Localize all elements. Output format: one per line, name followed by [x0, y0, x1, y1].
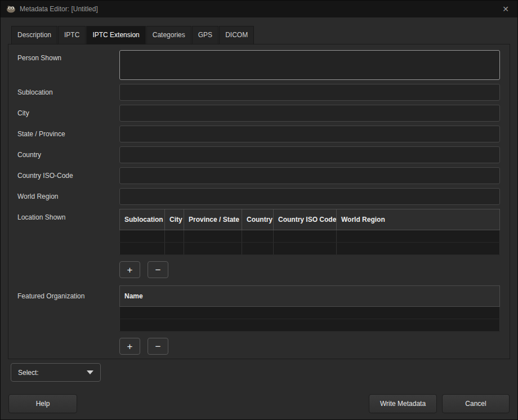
city-row: City [8, 105, 510, 122]
tab-iptc[interactable]: IPTC [58, 26, 86, 44]
help-button[interactable]: Help [8, 394, 77, 413]
column-header-city[interactable]: City [165, 209, 184, 230]
city-input[interactable] [119, 105, 500, 122]
iptc-extension-panel: Person Shown Sublocation City State / Pr… [8, 44, 510, 359]
tab-categories[interactable]: Categories [146, 26, 191, 44]
sublocation-label: Sublocation [17, 84, 119, 96]
person-shown-input[interactable] [119, 50, 500, 80]
country-iso-code-label: Country ISO-Code [17, 167, 119, 180]
title-bar: Metadata Editor: [Untitled] ✕ [1, 1, 517, 17]
country-iso-code-input[interactable] [119, 167, 500, 184]
column-header-country-iso-code[interactable]: Country ISO Code [274, 209, 337, 230]
country-label: Country [17, 146, 119, 159]
bottom-bar: Help Write Metadata Cancel [1, 394, 517, 413]
add-location-button[interactable]: + [119, 261, 140, 278]
column-header-name[interactable]: Name [120, 286, 500, 307]
person-shown-row: Person Shown [8, 50, 510, 80]
featured-organization-row: Featured Organization Name + − [8, 285, 510, 359]
featured-organization-header-row: Name [120, 286, 500, 307]
sublocation-row: Sublocation [8, 84, 510, 101]
state-province-label: State / Province [17, 126, 119, 138]
location-shown-actions: + − [119, 261, 500, 278]
featured-organization-label: Featured Organization [17, 285, 119, 300]
world-region-row: World Region [8, 188, 510, 205]
close-button[interactable]: ✕ [499, 5, 512, 14]
metadata-editor-window: Metadata Editor: [Untitled] ✕ Descriptio… [0, 0, 518, 420]
add-organization-button[interactable]: + [119, 338, 140, 355]
location-shown-header-row: Sublocation City Province / State Countr… [120, 209, 500, 230]
world-region-label: World Region [17, 188, 119, 200]
world-region-input[interactable] [119, 188, 500, 205]
featured-organization-actions: + − [119, 338, 500, 355]
state-province-row: State / Province [8, 126, 510, 142]
select-dropdown[interactable]: Select: [11, 363, 101, 382]
table-row[interactable] [120, 307, 500, 319]
tab-gps[interactable]: GPS [192, 26, 218, 44]
action-buttons: Write Metadata Cancel [369, 394, 510, 413]
gimp-icon [6, 5, 16, 13]
tab-iptc-extension[interactable]: IPTC Extension [86, 26, 145, 44]
remove-location-button[interactable]: − [148, 261, 168, 278]
table-row[interactable] [120, 319, 500, 332]
tab-description[interactable]: Description [11, 26, 57, 44]
cancel-button[interactable]: Cancel [442, 394, 510, 413]
tab-bar: Description IPTC IPTC Extension Categori… [8, 26, 510, 44]
person-shown-label: Person Shown [17, 50, 119, 62]
column-header-country[interactable]: Country [242, 209, 274, 230]
remove-organization-button[interactable]: − [148, 338, 168, 355]
country-row: Country [8, 146, 510, 163]
column-header-sublocation[interactable]: Sublocation [120, 209, 165, 230]
table-row[interactable] [120, 243, 500, 255]
table-row[interactable] [120, 230, 500, 243]
location-shown-row: Location Shown Sublocation City Province… [8, 209, 510, 284]
chevron-down-icon [87, 370, 93, 374]
write-metadata-button[interactable]: Write Metadata [369, 394, 437, 413]
featured-organization-table: Name [119, 285, 500, 332]
country-iso-code-row: Country ISO-Code [8, 167, 510, 184]
location-shown-table: Sublocation City Province / State Countr… [119, 209, 500, 255]
column-header-world-region[interactable]: World Region [337, 209, 500, 230]
country-input[interactable] [119, 146, 500, 163]
select-row: Select: [11, 363, 517, 382]
window-title: Metadata Editor: [Untitled] [20, 5, 98, 13]
tab-dicom[interactable]: DICOM [219, 26, 254, 44]
select-dropdown-label: Select: [18, 369, 39, 377]
city-label: City [17, 105, 119, 117]
column-header-province-state[interactable]: Province / State [184, 209, 242, 230]
sublocation-input[interactable] [119, 84, 500, 101]
state-province-input[interactable] [119, 126, 500, 142]
location-shown-label: Location Shown [17, 209, 119, 221]
